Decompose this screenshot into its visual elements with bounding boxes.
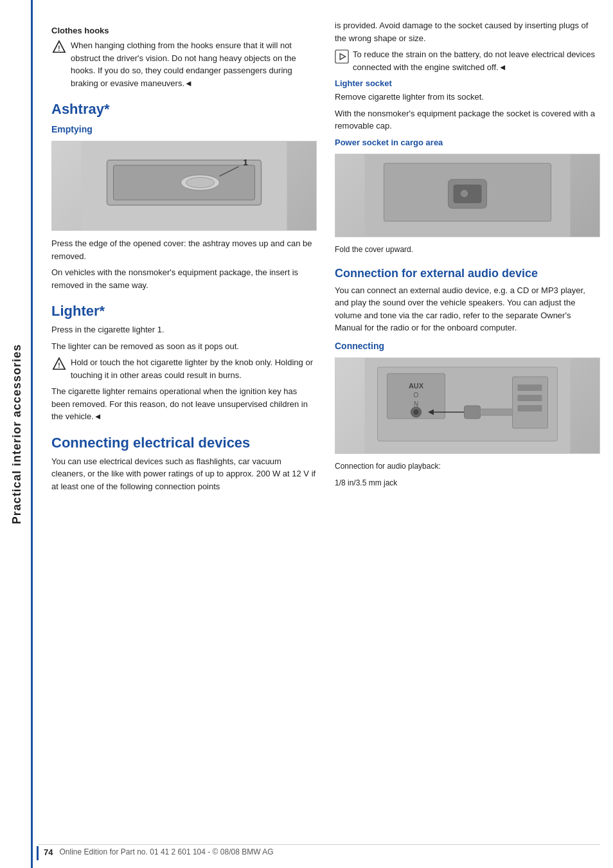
svg-marker-12 xyxy=(340,53,345,59)
svg-point-6 xyxy=(186,177,215,188)
lighter-section: Lighter* Press in the cigarette lighter … xyxy=(51,303,317,423)
connecting-sub-section: Connecting AUX O N xyxy=(335,341,600,489)
warning-triangle-icon: ! xyxy=(51,40,67,54)
clothes-hooks-warning-text: When hanging clothing from the hooks ens… xyxy=(71,39,317,89)
sidebar-line xyxy=(31,0,33,868)
emptying-title: Emptying xyxy=(51,124,317,134)
left-column: Clothes hooks ! When hanging clothing fr… xyxy=(51,19,317,496)
aux-caption-line1: Connection for audio playback: xyxy=(335,460,600,472)
svg-text:O: O xyxy=(414,392,419,399)
sidebar-label: Practical interior accessories xyxy=(10,344,24,524)
footer-text: Online Edition for Part no. 01 41 2 601 … xyxy=(59,847,273,856)
lighter-para3: The cigarette lighter remains operationa… xyxy=(51,385,317,423)
lighter-warning-text: Hold or touch the hot cigarette lighter … xyxy=(71,356,317,381)
footer: 74 Online Edition for Part no. 01 41 2 6… xyxy=(0,836,613,868)
lighter-para2: The lighter can be removed as soon as it… xyxy=(51,340,317,353)
lighter-socket-para2: With the nonsmoker's equipment package t… xyxy=(335,107,600,132)
power-socket-title: Power socket in cargo area xyxy=(335,138,600,147)
power-socket-section: Power socket in cargo area Fold th xyxy=(335,138,600,255)
audio-device-para1: You can connect an external audio device… xyxy=(335,284,600,334)
ashtray-section: Ashtray* Emptying 1 P xyxy=(51,101,317,291)
svg-text:AUX: AUX xyxy=(409,382,424,390)
audio-device-title: Connection for external audio device xyxy=(335,267,600,280)
svg-point-26 xyxy=(414,410,419,415)
sidebar: Practical interior accessories xyxy=(0,0,33,868)
ashtray-svg: 1 xyxy=(52,141,316,231)
main-content: Clothes hooks ! When hanging clothing fr… xyxy=(39,0,613,516)
svg-text:!: ! xyxy=(58,362,60,369)
right-column: is provided. Avoid damage to the socket … xyxy=(335,19,600,496)
clothes-hooks-section: Clothes hooks ! When hanging clothing fr… xyxy=(51,26,317,89)
ashtray-para2: On vehicles with the nonsmoker's equipme… xyxy=(51,266,317,291)
connecting-title: Connecting electrical devices xyxy=(51,435,317,451)
connecting-continuation: is provided. Avoid damage to the socket … xyxy=(335,19,600,44)
notice-text: To reduce the strain on the battery, do … xyxy=(353,48,600,73)
lighter-para1: Press in the cigarette lighter 1. xyxy=(51,323,317,336)
power-socket-caption: Fold the cover upward. xyxy=(335,244,600,255)
footer-blue-bar xyxy=(37,846,39,860)
svg-rect-33 xyxy=(518,405,542,411)
svg-text:1: 1 xyxy=(244,158,248,167)
svg-point-17 xyxy=(461,190,468,197)
lighter-warning-icon: ! xyxy=(51,357,67,371)
page-number: 74 xyxy=(44,847,53,857)
ashtray-para1: Press the edge of the opened cover: the … xyxy=(51,237,317,262)
ashtray-image: 1 xyxy=(51,141,317,231)
connecting-para1: You can use electrical devices such as f… xyxy=(51,455,317,493)
svg-text:N: N xyxy=(414,401,418,408)
ashtray-title: Ashtray* xyxy=(51,101,317,118)
lighter-warning: ! Hold or touch the hot cigarette lighte… xyxy=(51,356,317,381)
audio-device-section: Connection for external audio device You… xyxy=(335,267,600,334)
power-socket-svg xyxy=(335,154,600,237)
power-socket-image xyxy=(335,154,600,237)
aux-svg: AUX O N xyxy=(335,357,600,454)
aux-caption-line2: 1/8 in/3.5 mm jack xyxy=(335,477,600,489)
lighter-socket-para1: Remove cigarette lighter from its socket… xyxy=(335,91,600,104)
svg-rect-28 xyxy=(465,406,481,419)
clothes-hooks-warning: ! When hanging clothing from the hooks e… xyxy=(51,39,317,89)
lighter-title: Lighter* xyxy=(51,303,317,320)
notice-box: To reduce the strain on the battery, do … xyxy=(335,48,600,73)
svg-rect-31 xyxy=(518,384,542,391)
aux-connection-image: AUX O N xyxy=(335,357,600,454)
clothes-hooks-title: Clothes hooks xyxy=(51,26,317,35)
svg-rect-32 xyxy=(518,395,542,401)
lighter-socket-section: Lighter socket Remove cigarette lighter … xyxy=(335,78,600,132)
svg-rect-29 xyxy=(481,409,513,415)
connecting-sub-title: Connecting xyxy=(335,341,600,351)
lighter-socket-title: Lighter socket xyxy=(335,78,600,88)
connecting-section: Connecting electrical devices You can us… xyxy=(51,435,317,493)
notice-play-icon xyxy=(335,50,349,64)
svg-text:!: ! xyxy=(58,45,60,52)
